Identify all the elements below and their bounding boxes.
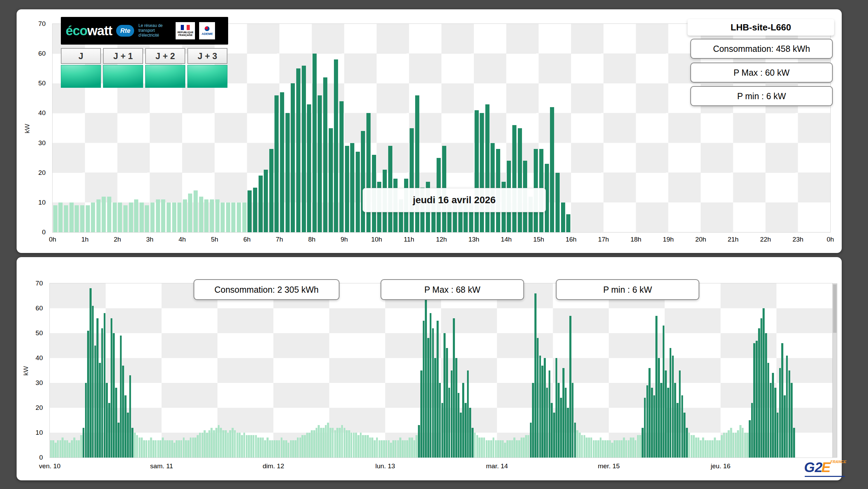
power-bar: [218, 425, 220, 458]
power-bar: [334, 430, 336, 458]
power-bar: [772, 373, 774, 458]
power-bar: [307, 104, 311, 232]
power-bar: [269, 149, 273, 232]
power-bar: [614, 440, 616, 458]
power-bar: [206, 433, 208, 458]
power-bar: [288, 443, 290, 458]
power-bar: [90, 288, 92, 458]
power-bar: [732, 433, 735, 458]
power-bar: [770, 383, 772, 458]
forecast-button-j1[interactable]: J + 1: [103, 48, 143, 64]
forecast-col-j3: J + 3: [187, 48, 227, 88]
power-bar: [504, 443, 506, 458]
y-tick-label: 50: [21, 79, 46, 87]
x-tick-label: mar. 14: [486, 462, 508, 470]
power-bar: [609, 440, 611, 458]
power-bar: [361, 131, 365, 232]
power-bar: [714, 438, 716, 458]
power-bar: [497, 440, 499, 458]
power-bar: [525, 435, 527, 458]
forecast-tile-j2[interactable]: [145, 65, 185, 88]
power-bar: [511, 440, 513, 458]
power-bar: [57, 440, 59, 458]
forecast-tile-j3[interactable]: [187, 65, 227, 88]
power-bar: [171, 440, 173, 458]
power-bar: [213, 430, 215, 458]
power-bar: [274, 95, 279, 232]
x-tick-label: 2h: [114, 236, 121, 243]
power-bar: [62, 438, 64, 458]
scrollbar-thumb[interactable]: [833, 284, 837, 333]
power-bar: [66, 440, 68, 458]
power-bar: [550, 107, 554, 232]
x-tick-label: 22h: [760, 236, 771, 243]
power-bar: [551, 403, 553, 458]
power-bar: [52, 440, 54, 458]
y-axis: 010203040506070: [17, 283, 46, 458]
power-bar: [686, 428, 688, 458]
power-bar: [392, 440, 394, 458]
power-bar: [253, 435, 255, 458]
power-bar: [115, 388, 117, 458]
power-bar: [69, 203, 74, 232]
power-bar: [101, 328, 103, 458]
power-bar: [162, 438, 164, 458]
y-tick-label: 20: [21, 169, 46, 177]
power-bar: [779, 368, 781, 458]
power-bar: [356, 152, 360, 232]
x-tick-label: ven. 10: [39, 462, 60, 470]
power-bar: [273, 440, 276, 458]
x-tick-label: 12h: [436, 236, 447, 243]
forecast-button-j3[interactable]: J + 3: [187, 48, 227, 64]
power-bar: [693, 435, 695, 458]
power-bar: [518, 128, 522, 233]
power-bar: [221, 203, 225, 232]
power-bar: [267, 438, 269, 458]
chart-scrollbar[interactable]: [832, 283, 837, 458]
forecast-button-j[interactable]: J: [61, 48, 101, 64]
x-tick-label: 18h: [631, 236, 642, 243]
power-bar: [341, 425, 343, 458]
power-bar: [156, 199, 160, 232]
power-bar: [75, 205, 79, 232]
power-bar: [646, 385, 648, 458]
power-bar: [64, 440, 66, 458]
power-bar: [413, 440, 416, 458]
power-bar: [283, 440, 285, 458]
power-bar: [679, 370, 681, 458]
power-bar: [234, 430, 236, 458]
power-bar: [185, 440, 187, 458]
weekly-chart-plot: [50, 283, 832, 458]
x-axis-days: ven. 10sam. 11dim. 12lun. 13mar. 14mer. …: [50, 462, 832, 473]
power-bar: [241, 435, 243, 458]
power-bar: [339, 101, 344, 232]
power-bar: [231, 203, 235, 232]
power-bar: [113, 203, 117, 232]
power-bar: [760, 318, 763, 458]
power-bar: [628, 440, 630, 458]
power-bar: [177, 203, 181, 232]
x-tick-label: 8h: [308, 236, 315, 243]
power-bar: [297, 438, 299, 458]
power-bar: [416, 435, 418, 458]
power-bar: [71, 440, 73, 458]
x-tick-label: 21h: [728, 236, 739, 243]
power-bar: [625, 440, 627, 458]
forecast-tile-j1[interactable]: [103, 65, 143, 88]
power-bar: [183, 438, 185, 458]
x-tick-label: dim. 12: [263, 462, 284, 470]
power-bar: [369, 438, 371, 458]
power-bar: [660, 383, 662, 458]
power-bar: [744, 433, 746, 458]
power-bar: [791, 383, 793, 458]
power-bar: [264, 170, 268, 232]
forecast-button-j2[interactable]: J + 2: [145, 48, 185, 64]
power-bar: [730, 428, 732, 458]
y-tick-label: 0: [19, 454, 43, 461]
power-bar: [259, 176, 263, 232]
power-bar: [597, 440, 599, 458]
forecast-tile-j[interactable]: [61, 65, 101, 88]
x-tick-label: 23h: [792, 236, 803, 243]
power-bar: [667, 388, 669, 458]
power-bar: [301, 435, 304, 458]
